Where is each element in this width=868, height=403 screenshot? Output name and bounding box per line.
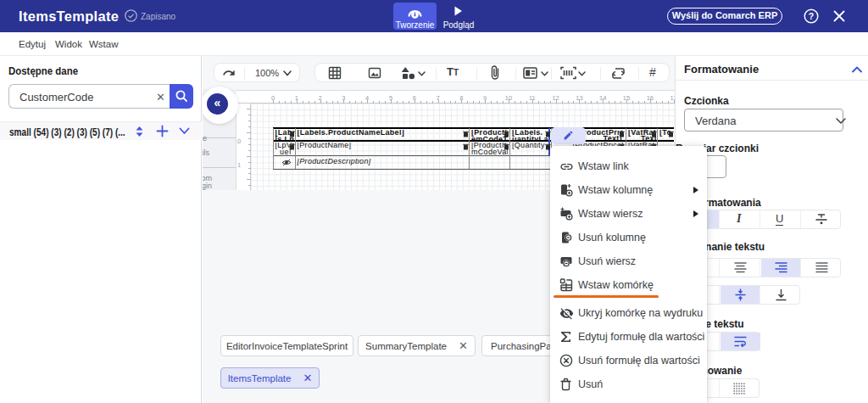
- svg-text:?: ?: [809, 11, 814, 21]
